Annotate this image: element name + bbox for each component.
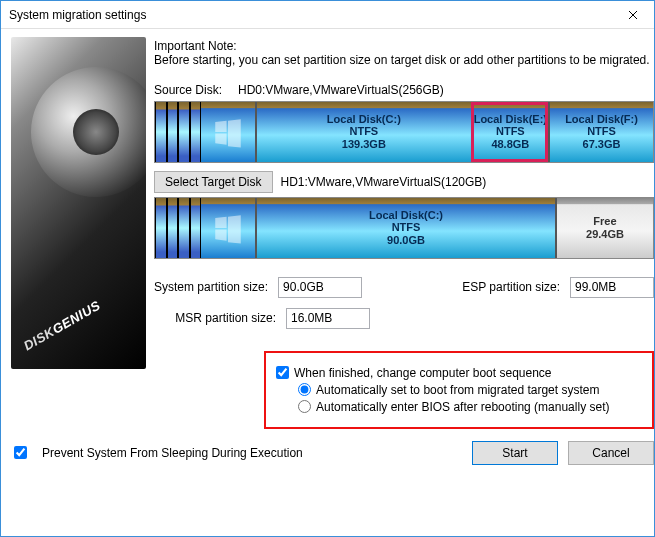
window-title: System migration settings: [9, 8, 146, 22]
system-partition-size-input[interactable]: [278, 277, 362, 298]
target-disk-value: HD1:VMware,VMwareVirtualS(120GB): [281, 175, 487, 189]
boot-sequence-group: When finished, change computer boot sequ…: [264, 351, 654, 429]
note-heading: Important Note:: [154, 39, 654, 53]
source-partition-f[interactable]: Local Disk(F:)NTFS67.3GB: [548, 102, 653, 162]
target-disk-bar: Local Disk(C:)NTFS90.0GB Free29.4GB: [154, 197, 654, 259]
auto-boot-target-label: Automatically set to boot from migrated …: [316, 383, 599, 397]
branding-image: DISKGENIUS: [11, 37, 146, 369]
source-partition-c[interactable]: Local Disk(C:)NTFS139.3GB: [255, 102, 471, 162]
start-button[interactable]: Start: [472, 441, 558, 465]
titlebar: System migration settings: [1, 1, 654, 29]
system-reserved-strips: [155, 102, 201, 162]
change-boot-sequence-checkbox[interactable]: [276, 366, 289, 379]
source-disk-value: HD0:VMware,VMwareVirtualS(256GB): [238, 83, 444, 97]
prevent-sleep-label: Prevent System From Sleeping During Exec…: [42, 446, 303, 460]
enter-bios-radio[interactable]: [298, 400, 311, 413]
windows-logo-icon: [201, 198, 255, 258]
cancel-button[interactable]: Cancel: [568, 441, 654, 465]
source-partition-e[interactable]: Local Disk(E:)NTFS48.8GB: [471, 102, 548, 162]
close-button[interactable]: [612, 1, 654, 29]
source-disk-bar: Local Disk(C:)NTFS139.3GB Local Disk(E:)…: [154, 101, 654, 163]
target-free-space[interactable]: Free29.4GB: [555, 198, 653, 258]
source-disk-label: Source Disk:: [154, 83, 238, 97]
note-body: Before starting, you can set partition s…: [154, 53, 654, 69]
windows-logo-icon: [201, 102, 255, 162]
msr-partition-size-input[interactable]: [286, 308, 370, 329]
target-partition-c[interactable]: Local Disk(C:)NTFS90.0GB: [255, 198, 555, 258]
system-partition-size-label: System partition size:: [154, 280, 268, 294]
close-icon: [628, 10, 638, 20]
change-boot-sequence-label: When finished, change computer boot sequ…: [294, 366, 552, 380]
select-target-disk-button[interactable]: Select Target Disk: [154, 171, 273, 193]
esp-partition-size-label: ESP partition size:: [462, 280, 560, 294]
system-reserved-strips-target: [155, 198, 201, 258]
auto-boot-target-radio[interactable]: [298, 383, 311, 396]
enter-bios-label: Automatically enter BIOS after rebooting…: [316, 400, 609, 414]
msr-partition-size-label: MSR partition size:: [154, 311, 276, 325]
prevent-sleep-checkbox[interactable]: [14, 446, 27, 459]
esp-partition-size-input[interactable]: [570, 277, 654, 298]
